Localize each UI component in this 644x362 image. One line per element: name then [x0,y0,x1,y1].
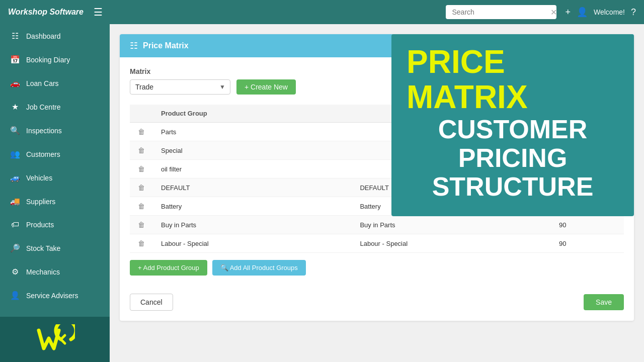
sidebar-label-booking-diary: Booking Diary [26,56,70,64]
overlay-line1: CUSTOMER [407,115,619,144]
add-all-product-groups-button[interactable]: 🔍 Add All Product Groups [212,260,306,276]
sidebar-label-customers: Customers [26,150,60,158]
product-group-cell: oil filter [153,160,352,178]
delete-cell: 🗑 [130,197,153,216]
dashboard-icon: ☷ [10,31,20,41]
delete-cell: 🗑 [130,234,153,253]
sidebar-label-loan-cars: Loan Cars [26,79,59,87]
mechanics-icon: ⚙ [10,267,20,277]
stock-take-icon: 🔎 [10,243,20,253]
app-title: Workshop Software [8,8,84,17]
overlay-title: PRICE MATRIX [407,44,619,115]
sidebar-item-mechanics[interactable]: ⚙ Mechanics [0,260,110,284]
table-row: 🗑 Buy in Parts Buy in Parts 90 [130,216,624,234]
sidebar-item-inspections[interactable]: 🔍 Inspections [0,119,110,142]
cancel-button[interactable]: Cancel [130,294,173,311]
product-group-cell: Labour - Special [153,234,352,253]
col3-cell: 90 [551,216,624,234]
delete-cell: 🗑 [130,123,153,141]
sidebar-label-job-centre: Job Centre [26,103,60,111]
customers-icon: 👥 [10,149,20,159]
booking-diary-icon: 📅 [10,55,20,64]
col-delete-header [130,105,153,123]
sidebar-item-stock-take[interactable]: 🔎 Stock Take [0,236,110,260]
delete-cell: 🗑 [130,178,153,197]
loan-cars-icon: 🚗 [10,78,20,88]
sidebar-label-stock-take: Stock Take [26,244,60,252]
product-group-cell: DEFAULT [153,178,352,197]
sidebar-label-dashboard: Dashboard [26,32,61,40]
product-group-cell: Parts [153,123,352,141]
overlay-banner: PRICE MATRIX CUSTOMER PRICING STRUCTURE [391,34,634,216]
welcome-text: Welcome! [594,8,625,16]
search-input[interactable] [446,5,556,19]
overlay-line2: PRICING [407,144,619,172]
plus-icon[interactable]: + [565,7,571,18]
table-actions: + Add Product Group 🔍 Add All Product Gr… [130,260,624,276]
delete-cell: 🗑 [130,216,153,234]
sidebar-label-products: Products [26,221,54,229]
topbar-icons: + 👤 Welcome! ? [565,7,636,18]
help-icon[interactable]: ? [631,7,636,18]
sidebar-label-service-advisers: Service Advisers [26,292,78,300]
card-title: Price Matrix [143,41,189,50]
layout: ☷ Dashboard 📅 Booking Diary 🚗 Loan Cars … [0,24,644,362]
sidebar-item-service-advisers[interactable]: 👤 Service Advisers [0,284,110,307]
sidebar-label-mechanics: Mechanics [26,268,60,276]
table-row: 🗑 Labour - Special Labour - Special 90 [130,234,624,253]
sidebar-label-vehicles: Vehicles [26,174,52,182]
inspections-icon: 🔍 [10,126,20,135]
product-group-cell: Battery [153,197,352,216]
brand-logo [35,324,75,354]
add-product-group-button[interactable]: + Add Product Group [130,260,207,276]
col3-cell: 90 [551,234,624,253]
col2-cell: Buy in Parts [352,216,550,234]
job-centre-icon: ★ [10,102,20,112]
vehicles-icon: 🚙 [10,173,20,183]
delete-icon[interactable]: 🗑 [138,184,145,192]
sidebar-label-suppliers: Suppliers [26,198,55,206]
sidebar-item-job-centre[interactable]: ★ Job Centre [0,95,110,119]
search-clear-icon[interactable]: ✕ [550,8,557,17]
product-group-cell: Special [153,141,352,160]
sidebar-item-dashboard[interactable]: ☷ Dashboard [0,24,110,48]
products-icon: 🏷 [10,220,20,229]
col2-cell: Labour - Special [352,234,550,253]
sidebar-item-vehicles[interactable]: 🚙 Vehicles [0,166,110,190]
matrix-select-wrapper: Trade Retail Wholesale ▼ [130,79,230,95]
sidebar-label-inspections: Inspections [26,127,62,135]
sidebar-item-booking-diary[interactable]: 📅 Booking Diary [0,48,110,71]
delete-icon[interactable]: 🗑 [138,202,145,210]
delete-cell: 🗑 [130,141,153,160]
delete-cell: 🗑 [130,160,153,178]
delete-icon[interactable]: 🗑 [138,239,145,247]
matrix-select[interactable]: Trade Retail Wholesale [130,79,230,95]
price-matrix-icon: ☷ [130,40,138,51]
delete-icon[interactable]: 🗑 [138,128,145,136]
sidebar-logo-area [0,317,110,362]
sidebar-item-products[interactable]: 🏷 Products [0,213,110,236]
save-button[interactable]: Save [584,294,624,310]
sidebar-item-customers[interactable]: 👥 Customers [0,142,110,166]
create-new-button[interactable]: + Create New [236,79,296,95]
hamburger-menu[interactable]: ☰ [94,6,103,18]
sidebar-item-loan-cars[interactable]: 🚗 Loan Cars [0,71,110,95]
product-group-cell: Buy in Parts [153,216,352,234]
main-content: ☷ Price Matrix Matrix Trade Retail Whole… [110,24,644,362]
sidebar: ☷ Dashboard 📅 Booking Diary 🚗 Loan Cars … [0,24,110,362]
user-icon[interactable]: 👤 [577,7,588,18]
delete-icon[interactable]: 🗑 [138,165,145,173]
delete-icon[interactable]: 🗑 [138,146,145,154]
card-footer: Cancel Save [120,286,634,321]
overlay-line3: STRUCTURE [407,172,619,201]
topbar: Workshop Software ☰ ✕ + 👤 Welcome! ? [0,0,644,24]
delete-icon[interactable]: 🗑 [138,221,145,229]
sidebar-item-suppliers[interactable]: 🚚 Suppliers [0,190,110,213]
service-advisers-icon: 👤 [10,291,20,300]
col-product-group-header: Product Group [153,105,352,123]
suppliers-icon: 🚚 [10,197,20,206]
